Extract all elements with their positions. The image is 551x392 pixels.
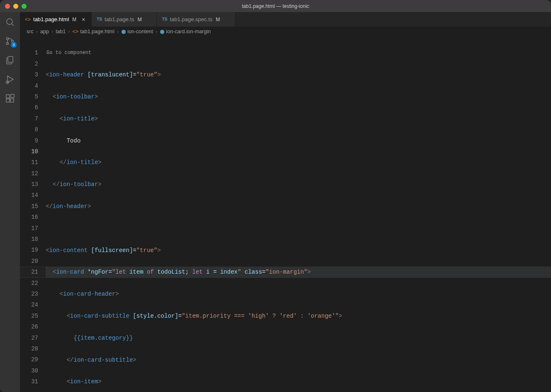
svg-rect-5 — [8, 56, 13, 62]
extensions-icon[interactable] — [4, 93, 16, 104]
titlebar: tab1.page.html — testing-ionic — [0, 0, 551, 12]
explorer-icon[interactable] — [4, 54, 16, 66]
svg-point-0 — [7, 19, 12, 24]
tab-tab1-page-spec-ts[interactable]: TS tab1.page.spec.ts M — [157, 12, 235, 27]
html-file-icon: <> — [72, 29, 78, 34]
svg-rect-10 — [10, 99, 14, 102]
svg-rect-8 — [6, 95, 10, 98]
svg-rect-9 — [6, 99, 10, 102]
tab-modified-status: M — [72, 17, 76, 22]
close-tab-icon[interactable]: × — [81, 16, 86, 23]
tab-tab1-page-ts[interactable]: TS tab1.page.ts M — [92, 12, 157, 27]
scm-badge: 3 — [11, 42, 17, 48]
tab-bar: <> tab1.page.html M × TS tab1.page.ts M … — [20, 12, 551, 27]
window-title: tab1.page.html — testing-ionic — [242, 3, 309, 9]
html-file-icon: <> — [25, 17, 31, 22]
line-number-gutter: 1234567891011121314151617181920212223242… — [20, 37, 46, 392]
breadcrumb-item[interactable]: <>tab1.page.html — [72, 29, 114, 34]
svg-point-2 — [7, 38, 9, 40]
breadcrumb-item[interactable]: src — [27, 29, 34, 34]
tab-modified-status: M — [137, 17, 142, 22]
source-control-icon[interactable]: 3 — [4, 35, 16, 47]
tab-label: tab1.page.html — [33, 16, 69, 22]
window-controls — [0, 4, 27, 9]
breadcrumb[interactable]: src› app› tab1› <>tab1.page.html› ⬢ion-c… — [20, 27, 551, 37]
run-debug-icon[interactable] — [4, 74, 16, 85]
tab-tab1-page-html[interactable]: <> tab1.page.html M × — [20, 12, 92, 27]
svg-point-3 — [7, 43, 9, 45]
editor-window: tab1.page.html — testing-ionic 3 — [0, 0, 551, 392]
minimize-window-button[interactable] — [13, 4, 18, 9]
activity-bar: 3 — [0, 12, 20, 392]
breadcrumb-item[interactable]: app — [40, 29, 49, 34]
svg-rect-11 — [11, 94, 14, 98]
breadcrumb-item[interactable]: ⬢ion-content — [121, 29, 153, 35]
maximize-window-button[interactable] — [22, 4, 27, 9]
code-lens-go-to-component[interactable]: Go to component — [46, 47, 551, 58]
ts-file-icon: TS — [97, 17, 102, 22]
code-editor[interactable]: 1234567891011121314151617181920212223242… — [20, 37, 551, 392]
breadcrumb-item[interactable]: tab1 — [56, 29, 66, 34]
svg-line-1 — [12, 24, 14, 26]
tab-modified-status: M — [216, 17, 220, 22]
element-icon: ⬢ — [160, 29, 164, 35]
close-window-button[interactable] — [5, 4, 10, 9]
element-icon: ⬢ — [121, 29, 126, 35]
breadcrumb-item[interactable]: ⬢ion-card.ion-margin — [160, 29, 211, 35]
tab-label: tab1.page.spec.ts — [170, 16, 213, 22]
ts-file-icon: TS — [162, 17, 167, 22]
tab-label: tab1.page.ts — [105, 16, 135, 22]
search-icon[interactable] — [4, 16, 16, 28]
code-content[interactable]: Go to component <ion-header [translucent… — [46, 37, 551, 392]
